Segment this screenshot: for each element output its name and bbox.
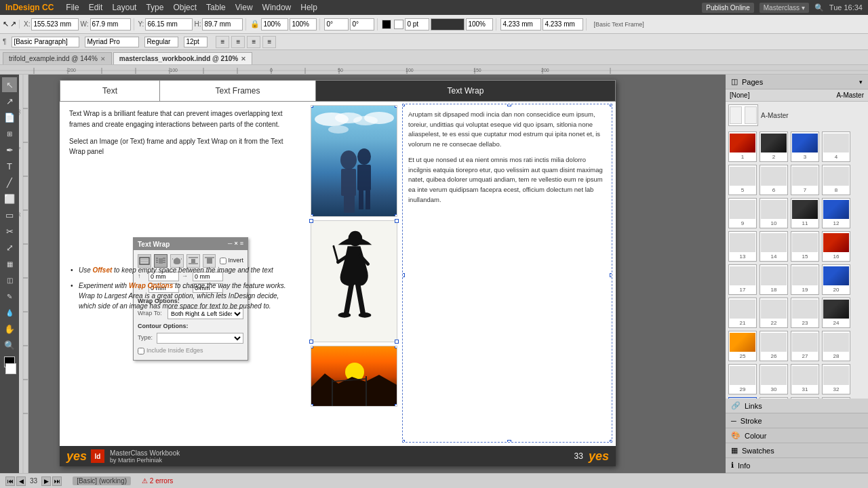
status-errors[interactable]: ⚠ 2 errors — [142, 477, 173, 485]
scissor-tool[interactable]: ✂ — [2, 224, 17, 239]
text-tool[interactable]: T — [2, 159, 17, 174]
eyedropper-tool[interactable]: 💧 — [2, 305, 17, 320]
page-thumb-6[interactable]: 6 — [760, 165, 788, 195]
x-input[interactable] — [31, 18, 79, 30]
page-thumb-3[interactable]: 3 — [791, 131, 819, 162]
tab-file1[interactable]: trifold_example.indd @ 144% ✕ — [3, 52, 112, 64]
align-left-btn[interactable]: ≡ — [216, 36, 229, 48]
tab-textframes[interactable]: Text Frames — [160, 80, 316, 102]
menu-file[interactable]: File — [66, 3, 79, 12]
font-input[interactable] — [85, 37, 139, 47]
nav-first-btn[interactable]: ⏮ — [5, 476, 15, 486]
h-input[interactable] — [202, 18, 243, 30]
page-thumb-22[interactable]: 22 — [760, 298, 788, 328]
gradient-swatch-tool[interactable]: ▦ — [2, 256, 17, 271]
page-thumb-24[interactable]: 24 — [822, 298, 850, 328]
page-thumb-20[interactable]: 20 — [822, 264, 850, 295]
menu-edit[interactable]: Edit — [89, 3, 103, 12]
invert-checkbox[interactable] — [220, 258, 226, 264]
page-thumb-11[interactable]: 11 — [791, 198, 819, 228]
include-inside-checkbox[interactable] — [138, 348, 144, 354]
search-icon[interactable]: 🔍 — [814, 3, 824, 12]
image-person[interactable] — [311, 220, 397, 342]
selection-tool[interactable]: ↖ — [2, 77, 17, 92]
page-thumb-4[interactable]: 4 — [822, 131, 850, 162]
nav-next-btn[interactable]: ▶ — [41, 476, 51, 486]
menu-layout[interactable]: Layout — [112, 3, 136, 12]
page-thumb-8[interactable]: 8 — [822, 165, 850, 195]
tab-textwrap[interactable]: Text Wrap — [316, 80, 616, 102]
master-page-thumb[interactable] — [728, 104, 758, 126]
stroke-color[interactable] — [5, 363, 16, 374]
opacity-input[interactable] — [466, 18, 493, 30]
image-sunset[interactable] — [311, 346, 397, 407]
pages-panel[interactable]: [None] A-Master A-Master 1 — [726, 89, 868, 399]
menu-object[interactable]: Object — [173, 3, 197, 12]
paragraph-style-input[interactable] — [12, 37, 79, 47]
page-thumb-26[interactable]: 26 — [760, 331, 788, 361]
panel-item-stroke[interactable]: ─ Stroke — [726, 413, 868, 428]
direct-select-tool[interactable]: ↗ — [10, 20, 16, 28]
zoom2-input[interactable] — [290, 18, 317, 30]
workspace-dropdown[interactable]: Masterclass ▾ — [760, 3, 809, 13]
note-tool[interactable]: ✎ — [2, 289, 17, 304]
panel-item-colour[interactable]: 🎨 Colour — [726, 428, 868, 443]
y-input[interactable] — [145, 18, 193, 30]
panel-menu[interactable]: ≡ — [240, 239, 243, 249]
page-thumb-31[interactable]: 31 — [791, 364, 819, 394]
page-thumb-21[interactable]: 21 — [728, 298, 757, 328]
page-thumb-15[interactable]: 15 — [791, 231, 819, 262]
page-thumb-2[interactable]: 2 — [760, 131, 788, 162]
nav-last-btn[interactable]: ⏭ — [52, 476, 62, 486]
rect-frame-tool[interactable]: ⬜ — [2, 191, 17, 206]
size1-input[interactable] — [500, 18, 541, 30]
tab-text[interactable]: Text — [60, 80, 160, 102]
free-transform-tool[interactable]: ⤢ — [2, 240, 17, 255]
rotate-input[interactable] — [324, 18, 349, 30]
page-thumb-17[interactable]: 17 — [728, 264, 757, 295]
align-justify-btn[interactable]: ≡ — [262, 36, 276, 48]
page-thumb-28[interactable]: 28 — [822, 331, 850, 361]
panel-item-swatches[interactable]: ▦ Swatches — [726, 443, 868, 458]
page-thumb-13[interactable]: 13 — [728, 231, 757, 262]
nav-prev-btn[interactable]: ◀ — [16, 476, 26, 486]
page-thumb-27[interactable]: 27 — [791, 331, 819, 361]
direct-selection-tool[interactable]: ↗ — [2, 94, 17, 108]
page-thumb-9[interactable]: 9 — [728, 198, 757, 228]
zoom-input[interactable] — [261, 18, 288, 30]
page-thumb-12[interactable]: 12 — [822, 198, 850, 228]
canvas-area[interactable]: -50 0 50 Text Text Frames Text Wrap — [19, 75, 726, 473]
tab-file2-close[interactable]: ✕ — [241, 56, 246, 62]
right-text-box[interactable]: Aruptam sit dipsaped modi incia dan non … — [402, 104, 612, 443]
tab-file1-close[interactable]: ✕ — [100, 56, 106, 62]
page-thumb-29[interactable]: 29 — [728, 364, 757, 394]
align-right-btn[interactable]: ≡ — [247, 36, 260, 48]
page-thumb-23[interactable]: 23 — [791, 298, 819, 328]
menu-table[interactable]: Table — [206, 3, 226, 12]
menu-view[interactable]: View — [235, 3, 253, 12]
publish-online-btn[interactable]: Publish Online — [702, 3, 753, 13]
color-swatch-input[interactable] — [431, 18, 465, 30]
page-thumb-32[interactable]: 32 — [822, 364, 850, 394]
image-sky[interactable] — [311, 105, 397, 217]
page-thumb-5[interactable]: 5 — [728, 165, 757, 195]
size2-input[interactable] — [542, 18, 583, 30]
page-thumb-14[interactable]: 14 — [760, 231, 788, 262]
select-tool[interactable]: ↖ — [3, 20, 9, 28]
tab-file2[interactable]: masterclass_workbook.indd @ 210% ✕ — [113, 52, 252, 64]
hand-tool[interactable]: ✋ — [2, 321, 17, 336]
font-size-input[interactable] — [184, 37, 208, 47]
page-thumb-7[interactable]: 7 — [791, 165, 819, 195]
menu-help[interactable]: Help — [300, 3, 317, 12]
gradient-feather-tool[interactable]: ◫ — [2, 272, 17, 287]
shear-input[interactable] — [350, 18, 374, 30]
gap-tool[interactable]: ⊞ — [2, 126, 17, 141]
page-thumb-25[interactable]: 25 — [728, 331, 757, 361]
font-style-input[interactable] — [144, 37, 178, 47]
panel-item-layers[interactable]: ◫ Pages ▾ — [726, 75, 868, 89]
panel-minimize[interactable]: ─ — [228, 239, 232, 249]
page-thumb-1[interactable]: 1 — [728, 131, 757, 162]
pen-tool[interactable]: ✒ — [2, 142, 17, 157]
stroke-swatch[interactable] — [394, 20, 403, 29]
w-input[interactable] — [90, 18, 131, 30]
